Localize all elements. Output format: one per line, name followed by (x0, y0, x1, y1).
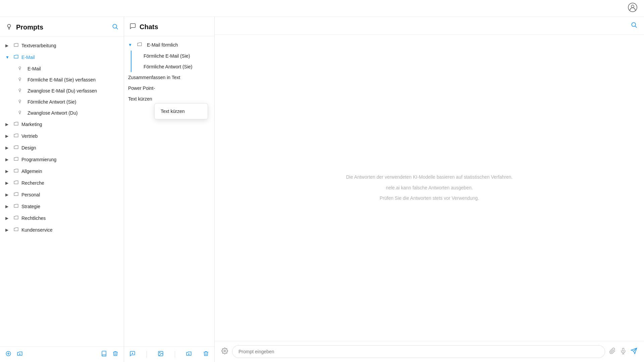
chat-item-label: Text kürzen (128, 96, 152, 102)
bulb-icon (5, 23, 13, 32)
tree-item-email[interactable]: ▼ E-Mail (0, 51, 124, 63)
tree-item-kundenservice[interactable]: ▶ Kundenservice (0, 224, 124, 236)
main-layout: Prompts ▶ Textverarbeitung (0, 17, 644, 362)
new-chat-icon[interactable] (129, 351, 136, 358)
middle-panel: Chats ▼ E-Mail förmlich Förmliche E-Mail… (124, 17, 215, 362)
toolbar-divider (147, 351, 147, 358)
svg-point-8 (19, 100, 21, 102)
svg-rect-24 (623, 348, 624, 351)
tree-item-label: Textverarbeitung (21, 43, 118, 48)
chats-toolbar (124, 346, 214, 362)
sub-item-label: Förmliche Antwort (Sie) (28, 99, 76, 105)
left-panel: Prompts ▶ Textverarbeitung (0, 17, 124, 362)
svg-point-18 (159, 352, 160, 353)
chat-sub-item-foermliche-email[interactable]: Förmliche E-Mail (Sie) (131, 51, 214, 61)
prompts-label: Prompts (16, 23, 43, 31)
right-panel-header (215, 17, 644, 35)
tree-item-label: Allgemein (21, 169, 118, 174)
settings-icon[interactable] (221, 348, 228, 356)
book-icon[interactable] (101, 351, 107, 358)
tree-item-textverarbeitung[interactable]: ▶ Textverarbeitung (0, 40, 124, 51)
svg-line-22 (635, 26, 637, 28)
tree-item-strategie[interactable]: ▶ Strategie (0, 200, 124, 212)
attachment-icon[interactable] (609, 348, 616, 356)
folder-label: E-Mail förmlich (147, 42, 178, 48)
chevron-right-icon: ▶ (5, 216, 11, 221)
add-prompt-icon[interactable] (5, 351, 11, 358)
image-chat-icon[interactable] (158, 351, 164, 358)
tree-sub-item-email[interactable]: E-Mail (0, 63, 124, 74)
svg-point-9 (19, 111, 21, 113)
tree-item-marketing[interactable]: ▶ Marketing (0, 118, 124, 130)
folder-icon (13, 168, 19, 174)
chevron-down-icon: ▼ (128, 43, 132, 47)
chat-folder-header[interactable]: ▼ E-Mail förmlich (124, 39, 214, 51)
tree-item-label: Vertrieb (21, 133, 118, 139)
tree-item-vertrieb[interactable]: ▶ Vertrieb (0, 130, 124, 142)
tree-item-allgemein[interactable]: ▶ Allgemein (0, 165, 124, 177)
prompts-title: Prompts (5, 23, 43, 32)
send-icon[interactable] (631, 348, 637, 356)
svg-point-6 (19, 78, 21, 80)
tooltip-popup-item[interactable]: Text kürzen (155, 106, 208, 117)
folder-chat-icon[interactable] (186, 351, 192, 358)
folder-icon (13, 54, 19, 60)
chat-item-powerpoint[interactable]: Power Point- (124, 83, 214, 94)
user-icon[interactable] (628, 3, 637, 14)
tree-sub-item-zwanglose-email[interactable]: Zwanglose E-Mail (Du) verfassen (0, 85, 124, 96)
folder-icon (13, 144, 19, 151)
tooltip-popup: Text kürzen (154, 103, 208, 119)
tree-item-label: Marketing (21, 122, 118, 127)
chevron-right-icon: ▶ (5, 122, 11, 127)
mic-icon[interactable] (620, 348, 627, 356)
chats-title: Chats (129, 23, 158, 31)
chat-item-text-kuerzen[interactable]: Text kürzen (124, 94, 214, 104)
chat-input-bar (215, 341, 644, 362)
topbar (0, 0, 644, 17)
folder-icon (13, 203, 19, 209)
chat-item-label: Zusammenfassen in Text (128, 75, 180, 80)
tree-item-label: Strategie (21, 204, 118, 209)
tree-item-personal[interactable]: ▶ Personal (0, 189, 124, 200)
chat-input-field[interactable] (232, 345, 605, 358)
disclaimer-line2: nele.ai kann falsche Antworten ausgeben. (386, 184, 473, 192)
svg-point-2 (7, 24, 10, 27)
trash-icon[interactable] (112, 351, 118, 358)
tree-sub-item-foermliche-email[interactable]: Förmliche E-Mail (Sie) verfassen (0, 74, 124, 85)
tree-item-design[interactable]: ▶ Design (0, 142, 124, 154)
tree-item-programmierung[interactable]: ▶ Programmierung (0, 154, 124, 165)
folder-icon (13, 191, 19, 198)
right-search-icon[interactable] (631, 21, 637, 30)
prompts-tree: ▶ Textverarbeitung ▼ E-Mail (0, 37, 124, 346)
disclaimer-line1: Die Antworten der verwendeten KI-Modelle… (346, 173, 513, 181)
tree-item-recherche[interactable]: ▶ Recherche (0, 177, 124, 189)
chevron-right-icon: ▶ (5, 192, 11, 197)
chevron-right-icon: ▶ (5, 169, 11, 174)
tree-item-label: Personal (21, 192, 118, 197)
folder-icon (13, 42, 19, 49)
chat-icon (129, 23, 136, 31)
prompts-search-icon[interactable] (112, 23, 118, 32)
tree-sub-item-zwanglose-antwort[interactable]: Zwanglose Antwort (Du) (0, 107, 124, 118)
chat-folder-email-foermlich[interactable]: ▼ E-Mail förmlich Förmliche E-Mail (Sie)… (124, 39, 214, 72)
toolbar-right-icons (101, 351, 118, 358)
bulb-icon (17, 99, 22, 105)
chat-sub-item-foermliche-antwort[interactable]: Förmliche Antwort (Sie) (131, 61, 214, 72)
tree-item-rechtliches[interactable]: ▶ Rechtliches (0, 212, 124, 224)
svg-point-23 (224, 350, 226, 352)
svg-point-1 (631, 5, 634, 8)
sub-item-label: Förmliche E-Mail (Sie) verfassen (28, 77, 96, 82)
trash-chat-icon[interactable] (203, 351, 209, 358)
sub-item-label: Zwanglose Antwort (Du) (28, 110, 77, 116)
svg-point-21 (632, 22, 636, 26)
svg-line-4 (116, 28, 118, 29)
tree-item-label: Recherche (21, 180, 118, 186)
svg-point-0 (628, 3, 637, 12)
tree-sub-item-foermliche-antwort[interactable]: Förmliche Antwort (Sie) (0, 96, 124, 107)
chevron-right-icon: ▶ (5, 181, 11, 185)
chat-item-zusammenfassen[interactable]: Zusammenfassen in Text (124, 72, 214, 83)
prompts-toolbar (0, 346, 124, 362)
toolbar-left-icons (5, 351, 23, 358)
tree-item-label: Design (21, 145, 118, 150)
add-folder-icon[interactable] (17, 351, 23, 358)
